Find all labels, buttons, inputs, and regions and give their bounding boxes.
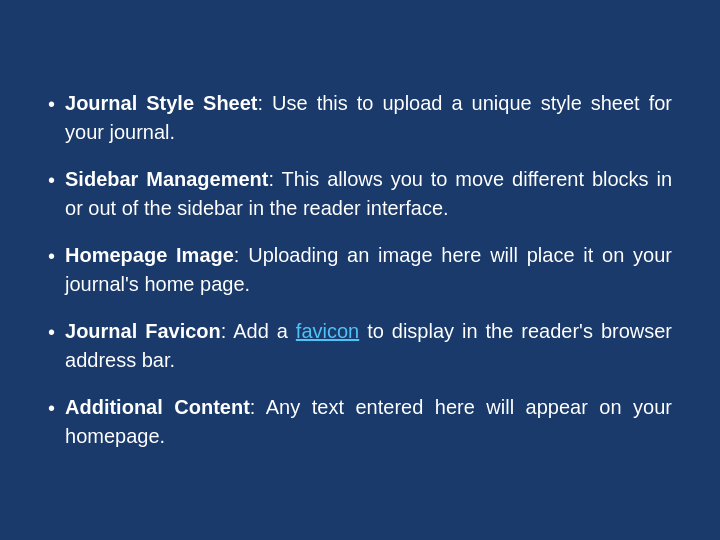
favicon-link[interactable]: favicon xyxy=(296,320,359,342)
item-text-homepage-image: Homepage Image: Uploading an image here … xyxy=(65,241,672,299)
item-text-sidebar-management: Sidebar Management: This allows you to m… xyxy=(65,165,672,223)
separator-1: : xyxy=(269,168,282,190)
item-text-journal-style-sheet: Journal Style Sheet: Use this to upload … xyxy=(65,89,672,147)
list-item-homepage-image: • Homepage Image: Uploading an image her… xyxy=(48,241,672,299)
term-sidebar-management: Sidebar Management xyxy=(65,168,268,190)
bullet-icon: • xyxy=(48,318,55,347)
list-item-sidebar-management: • Sidebar Management: This allows you to… xyxy=(48,165,672,223)
term-journal-style-sheet: Journal Style Sheet xyxy=(65,92,258,114)
term-additional-content: Additional Content xyxy=(65,396,250,418)
list-item-journal-favicon: • Journal Favicon: Add a favicon to disp… xyxy=(48,317,672,375)
bullet-icon: • xyxy=(48,394,55,423)
bullet-icon: • xyxy=(48,242,55,271)
separator-0: : xyxy=(258,92,273,114)
term-journal-favicon: Journal Favicon xyxy=(65,320,221,342)
bullet-icon: • xyxy=(48,90,55,119)
list-item-additional-content: • Additional Content: Any text entered h… xyxy=(48,393,672,451)
term-homepage-image: Homepage Image xyxy=(65,244,234,266)
desc-before-link: Add a xyxy=(233,320,296,342)
item-text-additional-content: Additional Content: Any text entered her… xyxy=(65,393,672,451)
content-box: • Journal Style Sheet: Use this to uploa… xyxy=(0,0,720,540)
list-item-journal-style-sheet: • Journal Style Sheet: Use this to uploa… xyxy=(48,89,672,147)
bullet-icon: • xyxy=(48,166,55,195)
separator-3: : xyxy=(221,320,233,342)
separator-4: : xyxy=(250,396,266,418)
bullet-list: • Journal Style Sheet: Use this to uploa… xyxy=(48,89,672,451)
separator-2: : xyxy=(234,244,248,266)
item-text-journal-favicon: Journal Favicon: Add a favicon to displa… xyxy=(65,317,672,375)
